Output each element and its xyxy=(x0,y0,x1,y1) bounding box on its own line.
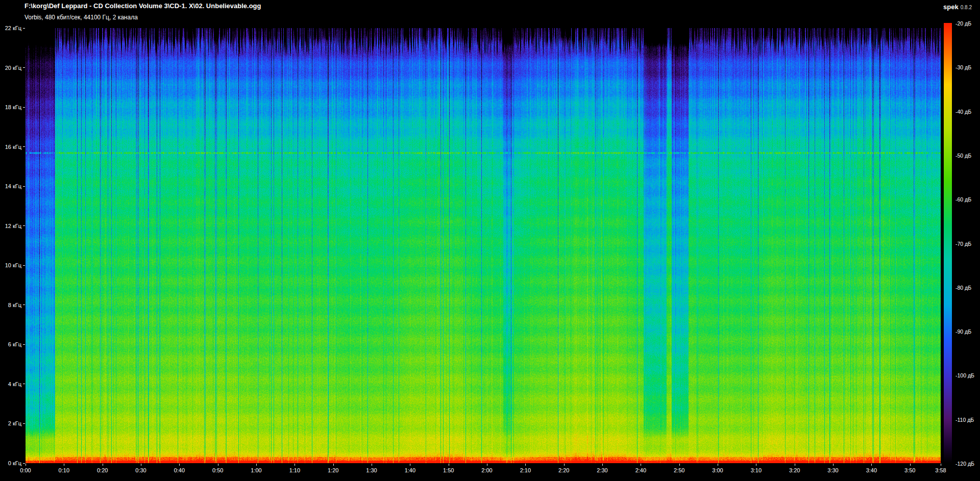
time-tick-mark xyxy=(179,464,180,466)
time-tick-label: 3:40 xyxy=(860,467,883,473)
freq-tick-mark xyxy=(23,146,25,147)
db-tick-label: -50 дБ xyxy=(955,153,971,159)
time-tick-label: 0:00 xyxy=(14,467,37,473)
app-name: spek xyxy=(943,3,959,11)
time-tick-mark xyxy=(295,464,295,466)
time-tick-label: 0:40 xyxy=(168,467,190,473)
time-tick-mark xyxy=(941,464,941,466)
time-tick-label: 3:00 xyxy=(706,467,729,473)
freq-tick-mark xyxy=(23,265,25,266)
freq-tick-mark xyxy=(23,463,25,464)
freq-tick-mark xyxy=(23,186,25,187)
freq-tick-label: 22 кГц xyxy=(0,25,21,31)
time-tick-label: 2:50 xyxy=(668,467,691,473)
freq-tick-label: 6 кГц xyxy=(0,341,21,347)
time-tick-mark xyxy=(679,464,680,466)
db-tick-label: -20 дБ xyxy=(955,20,971,27)
freq-tick-label: 12 кГц xyxy=(0,223,21,229)
time-tick-mark xyxy=(372,464,372,466)
db-tick-label: -110 дБ xyxy=(955,417,974,423)
time-tick-mark xyxy=(756,464,756,466)
freq-tick-label: 8 кГц xyxy=(0,302,21,308)
db-tick-label: -80 дБ xyxy=(955,285,971,291)
time-tick-mark xyxy=(26,464,26,466)
freq-tick-mark xyxy=(23,423,25,424)
time-tick-label: 2:30 xyxy=(591,467,614,473)
db-tick-label: -120 дБ xyxy=(955,461,974,467)
time-tick-mark xyxy=(525,464,526,466)
time-tick-mark xyxy=(602,464,603,466)
time-tick-mark xyxy=(487,464,487,466)
time-tick-label: 2:20 xyxy=(553,467,575,473)
freq-tick-label: 16 кГц xyxy=(0,144,21,150)
freq-tick-label: 14 кГц xyxy=(0,183,21,189)
time-tick-mark xyxy=(218,464,218,466)
time-tick-label: 2:40 xyxy=(629,467,652,473)
time-tick-label: 3:30 xyxy=(822,467,844,473)
time-tick-mark xyxy=(333,464,334,466)
freq-tick-mark xyxy=(23,225,25,226)
time-tick-label: 0:20 xyxy=(91,467,114,473)
time-tick-mark xyxy=(256,464,257,466)
freq-tick-mark xyxy=(23,344,25,345)
freq-tick-label: 10 кГц xyxy=(0,262,21,268)
file-path-title: F:\korg\Def Leppard - CD Collection Volu… xyxy=(24,2,261,10)
colorbar-gradient xyxy=(944,23,952,463)
db-tick-label: -90 дБ xyxy=(955,328,971,335)
time-tick-label: 1:40 xyxy=(399,467,421,473)
spectrogram-plot xyxy=(26,28,941,463)
time-tick-label: 1:30 xyxy=(360,467,383,473)
time-tick-label: 3:20 xyxy=(783,467,806,473)
freq-tick-mark xyxy=(23,305,25,305)
freq-tick-label: 18 кГц xyxy=(0,104,21,110)
spectrogram-canvas xyxy=(26,28,941,463)
time-tick-label: 1:20 xyxy=(322,467,345,473)
time-tick-label: 1:10 xyxy=(283,467,306,473)
time-tick-mark xyxy=(103,464,103,466)
time-tick-mark xyxy=(641,464,641,466)
db-tick-label: -100 дБ xyxy=(955,372,974,378)
spek-window: F:\korg\Def Leppard - CD Collection Volu… xyxy=(0,0,980,481)
freq-tick-label: 4 кГц xyxy=(0,381,21,387)
db-tick-label: -60 дБ xyxy=(955,196,971,202)
freq-tick-mark xyxy=(23,384,25,384)
time-tick-mark xyxy=(410,464,410,466)
time-tick-mark xyxy=(449,464,449,466)
db-tick-label: -30 дБ xyxy=(955,64,971,70)
db-tick-label: -40 дБ xyxy=(955,109,971,115)
time-tick-mark xyxy=(141,464,141,466)
time-tick-label: 1:50 xyxy=(437,467,460,473)
time-tick-mark xyxy=(871,464,872,466)
app-version: 0.8.2 xyxy=(961,5,972,10)
time-tick-label: 2:10 xyxy=(514,467,536,473)
time-tick-label: 3:50 xyxy=(899,467,921,473)
stream-info: Vorbis, 480 кбит/сек, 44100 Гц, 2 канала xyxy=(24,14,138,21)
time-tick-mark xyxy=(564,464,565,466)
freq-tick-mark xyxy=(23,67,25,68)
time-tick-mark xyxy=(910,464,911,466)
time-tick-mark xyxy=(795,464,795,466)
freq-tick-label: 2 кГц xyxy=(0,420,21,426)
freq-tick-mark xyxy=(23,28,25,29)
time-tick-label: 3:10 xyxy=(745,467,767,473)
time-tick-label: 0:10 xyxy=(53,467,75,473)
time-tick-label: 0:30 xyxy=(130,467,152,473)
time-tick-mark xyxy=(718,464,718,466)
time-tick-mark xyxy=(833,464,834,466)
time-tick-label: 3:58 xyxy=(929,467,952,473)
time-tick-mark xyxy=(64,464,64,466)
time-tick-label: 1:00 xyxy=(245,467,267,473)
time-tick-label: 0:50 xyxy=(207,467,229,473)
freq-tick-mark xyxy=(23,107,25,108)
freq-tick-label: 0 кГц xyxy=(0,460,21,466)
app-identity: spek0.8.2 xyxy=(943,2,972,11)
freq-tick-label: 20 кГц xyxy=(0,65,21,71)
db-tick-label: -70 дБ xyxy=(955,241,971,247)
time-tick-label: 2:00 xyxy=(476,467,498,473)
